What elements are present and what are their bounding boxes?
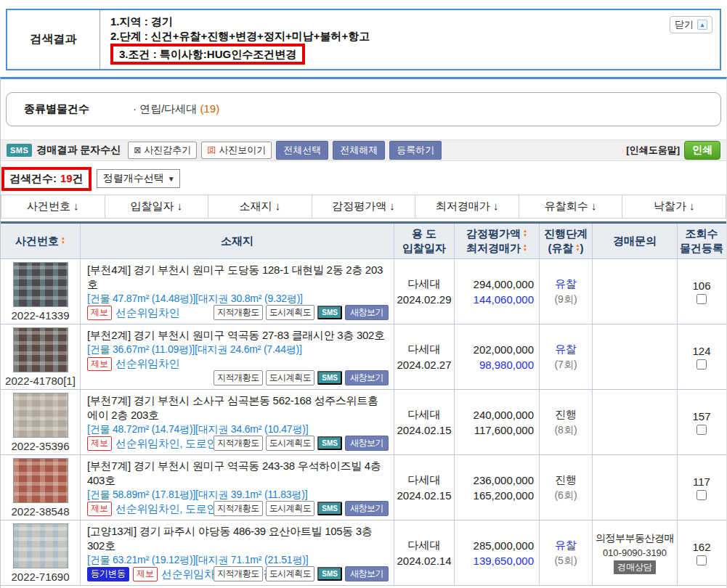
item-select-checkbox[interactable] [696,490,707,500]
result-count-highlighted: 검색건수: 19건 [1,167,92,191]
cadastral-map-button[interactable]: 지적개황도 [214,501,263,516]
tenant-info: 선순위임차인 [115,357,179,371]
property-photo[interactable] [13,393,68,438]
property-title-link[interactable]: [부천4계] 경기 부천시 원미구 도당동 128-1 대현빌 2동 2층 20… [87,263,387,292]
results-table: 사건번호▲▼ 소재지 용 도입찰일자 감정평가액▲▼ 최저경매가▲▼ 진행단계 … [1,221,726,586]
stage-round: (8회) [554,424,577,437]
city-plan-map-button[interactable]: 도시계획도 [266,370,315,385]
header-stage[interactable]: 진행단계 (유찰▲▼) [540,224,593,258]
header-views-register: 조회수물건등록 [678,224,726,258]
sort-button[interactable]: 유찰회수 ↓ [519,195,623,219]
area-info-link[interactable]: [건물 36.67m² (11.09평)][대지권 24.6m² (7.44평)… [87,343,387,356]
sort-button[interactable]: 낙찰가 ↓ [622,195,726,219]
cadastral-map-button[interactable]: 지적개황도 [214,566,263,581]
stage-cell: 진행 (6회) [540,455,593,520]
header-prices[interactable]: 감정평가액▲▼ 최저경매가▲▼ [455,224,540,258]
row-button-group: 지적개황도 도시계획도 SMS 새창보기 [214,370,389,385]
new-window-button[interactable]: 새창보기 [345,436,389,451]
row-button-group: 지적개황도 도시계획도 SMS 새창보기 [214,305,389,320]
property-photo[interactable] [13,523,68,568]
case-number-link[interactable]: 2022-71690 [11,571,69,583]
table-row: 2022-41780[1] [부천2계] 경기 부천시 원미구 역곡동 27-8… [1,324,726,390]
item-select-checkbox[interactable] [696,294,707,304]
sort-button[interactable]: 최저경매가 ↓ [415,195,519,219]
sms-button[interactable]: SMS [317,502,342,515]
area-info-link[interactable]: [건물 47.87m² (14.48평)][대지권 30.8m² (9.32평)… [87,292,387,306]
property-title-link[interactable]: [고양13계] 경기 파주시 야당동 486-39 요산아트빌 105동 3층 … [87,524,387,553]
property-photo[interactable] [13,327,68,372]
city-plan-map-button[interactable]: 도시계획도 [266,436,315,451]
sms-button[interactable]: SMS [317,436,342,450]
property-title-link[interactable]: [부천7계] 경기 부천시 소사구 심곡본동 562-168 성주스위트홈에이 … [87,393,387,422]
show-photo-button[interactable]: 回 사진보이기 [201,142,272,159]
address-cell: [부천4계] 경기 부천시 원미구 도당동 128-1 대현빌 2동 2층 20… [81,259,394,324]
use-date-cell: 다세대 2024.02.27 [394,324,455,389]
print-help-link[interactable]: [인쇄도움말] [626,144,680,157]
hide-photo-button[interactable]: ⊠ 사진감추기 [128,142,197,159]
new-window-button[interactable]: 새창보기 [345,370,389,385]
area-info-link[interactable]: [건물 48.72m² (14.74평)][대지권 34.6m² (10.47평… [87,422,387,436]
result-count-row: 검색건수: 19건 정렬개수선택 ▼ [1,166,726,192]
inquiry-consult-badge[interactable]: 경매상담 [614,560,656,574]
item-select-checkbox[interactable] [696,555,707,565]
city-plan-map-button[interactable]: 도시계획도 [266,566,315,581]
inquiry-agency: 의정부부동산경매 [596,532,674,545]
stage-cell: 유찰 (9회) [540,259,593,324]
view-count: 124 [692,345,710,357]
stage-round: (6회) [554,489,577,502]
property-title-link[interactable]: [부천2계] 경기 부천시 원미구 역곡동 27-83 클래시안 3층 302호 [87,328,387,343]
case-number-link[interactable]: 2022-35396 [11,440,69,452]
select-all-button[interactable]: 전체선택 [276,141,328,160]
header-case-number[interactable]: 사건번호▲▼ [1,224,81,258]
city-plan-map-button[interactable]: 도시계획도 [266,501,315,516]
sort-button[interactable]: 입찰일자 ↓ [105,195,209,219]
sms-button[interactable]: SMS [317,371,342,385]
deselect-all-button[interactable]: 전체해제 [333,141,385,160]
address-cell: [부천2계] 경기 부천시 원미구 역곡동 27-83 클래시안 3층 302호… [81,324,394,389]
address-cell: [부천7계] 경기 부천시 원미구 역곡동 243-38 우석하이즈빌 4층 4… [81,455,394,520]
register-button[interactable]: 등록하기 [389,141,442,160]
property-photo[interactable] [13,262,68,307]
case-cell: 2022-41339 [1,259,81,324]
sort-button-row: 사건번호 ↓입찰일자 ↓소재지 ↓감정평가액 ↓최저경매가 ↓유찰회수 ↓낙찰가… [1,195,726,219]
tip-badge: 제보 [87,436,112,451]
sort-button[interactable]: 소재지 ↓ [208,195,312,219]
price-cell: 202,000,000 98,980,000 [455,324,540,389]
category-count-value[interactable]: · 연립/다세대 (19) [133,102,219,116]
sort-arrows-icon: ▲▼ [523,229,527,237]
cadastral-map-button[interactable]: 지적개황도 [214,305,263,320]
print-button[interactable]: 인쇄 [684,141,720,160]
case-cell: 2022-71690 [1,520,81,585]
new-window-button[interactable]: 새창보기 [345,305,389,320]
new-window-button[interactable]: 새창보기 [345,566,389,581]
case-number-link[interactable]: 2022-41339 [11,309,69,322]
table-row: 2022-41339 [부천4계] 경기 부천시 원미구 도당동 128-1 대… [1,259,726,324]
cadastral-map-button[interactable]: 지적개황도 [214,436,263,451]
sort-count-select[interactable]: 정렬개수선택 ▼ [97,169,180,188]
area-info-link[interactable]: [건물 58.89m² (17.81평)][대지권 39.1m² (11.83평… [87,488,387,502]
tenant-info: 선순위임차인, 도로인접 [115,502,228,516]
close-button[interactable]: 닫기 ▲ [670,16,712,33]
sort-button[interactable]: 감정평가액 ↓ [312,195,416,219]
sms-button[interactable]: SMS [317,306,342,319]
case-number-link[interactable]: 2022-38548 [11,505,69,518]
sort-button[interactable]: 사건번호 ↓ [1,195,105,219]
category-count-label: 종류별물건수 [24,102,133,116]
area-info-link[interactable]: [건물 63.21m² (19.12평)][대지권 71.1m² (21.51평… [87,553,387,567]
view-count: 162 [692,541,710,553]
case-number-link[interactable]: 2022-41780[1] [5,375,76,387]
city-plan-map-button[interactable]: 도시계획도 [266,305,315,320]
item-select-checkbox[interactable] [696,359,707,369]
stage-status: 유찰 [555,539,577,552]
sms-button[interactable]: SMS [317,567,342,581]
views-cell: 124 [678,324,726,389]
sort-arrows-icon: ▲▼ [61,237,65,245]
new-window-button[interactable]: 새창보기 [345,501,389,516]
property-title-link[interactable]: [부천7계] 경기 부천시 원미구 역곡동 243-38 우석하이즈빌 4층 4… [87,459,387,488]
min-price-value: 139,650,000 [474,555,534,567]
property-photo[interactable] [13,458,68,503]
item-select-checkbox[interactable] [696,425,707,435]
search-result-box: 검색결과 1.지역 : 경기 2.단계 : 신건+유찰+진행+변경+정지+미납+… [6,9,721,70]
result-count-label: 검색건수: [9,172,57,186]
cadastral-map-button[interactable]: 지적개황도 [214,370,263,385]
